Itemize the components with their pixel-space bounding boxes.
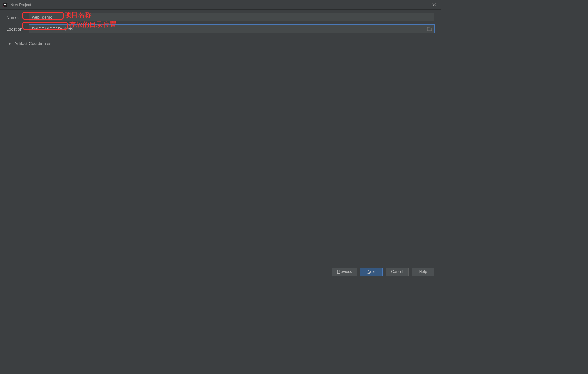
previous-button[interactable]: Previous xyxy=(332,268,357,276)
svg-rect-3 xyxy=(4,6,5,6)
artifact-coordinates-label: Artifact Coordinates xyxy=(15,41,51,46)
location-label: Location: xyxy=(6,26,29,32)
location-row: Location: xyxy=(6,25,434,33)
location-input[interactable] xyxy=(29,25,434,33)
close-icon[interactable] xyxy=(431,1,438,9)
folder-browse-icon[interactable] xyxy=(427,26,432,31)
dialog-footer: Previous Next Cancel Help xyxy=(0,263,441,280)
artifact-coordinates-expander[interactable]: Artifact Coordinates xyxy=(6,41,434,47)
next-button[interactable]: Next xyxy=(360,268,383,276)
svg-rect-2 xyxy=(4,4,5,5)
titlebar: New Project xyxy=(0,0,441,10)
name-row: Name: xyxy=(6,13,434,21)
name-input[interactable] xyxy=(29,13,434,21)
help-button[interactable]: Help xyxy=(412,268,434,276)
window-title: New Project xyxy=(10,3,431,7)
chevron-right-icon xyxy=(8,42,12,45)
name-label: Name: xyxy=(6,15,29,20)
name-input-wrap xyxy=(29,13,434,21)
dialog-content: Name: Location: 项目名称 存放的目录位置 Artifact Co… xyxy=(0,10,441,263)
cancel-button[interactable]: Cancel xyxy=(386,268,409,276)
intellij-icon xyxy=(3,2,8,7)
location-input-wrap xyxy=(29,25,434,33)
